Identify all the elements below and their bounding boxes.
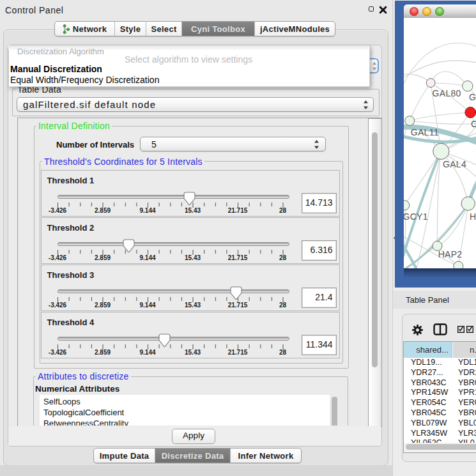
svg-text:H: H bbox=[470, 211, 476, 222]
svg-text:GA: GA bbox=[469, 92, 476, 102]
svg-text:HAP2: HAP2 bbox=[438, 249, 463, 259]
svg-text:GCY1: GCY1 bbox=[404, 211, 428, 222]
svg-text:GAL11: GAL11 bbox=[411, 127, 439, 137]
svg-text:C: C bbox=[471, 119, 476, 129]
svg-text:GAL4: GAL4 bbox=[443, 159, 466, 169]
svg-text:GAL80: GAL80 bbox=[433, 88, 461, 98]
